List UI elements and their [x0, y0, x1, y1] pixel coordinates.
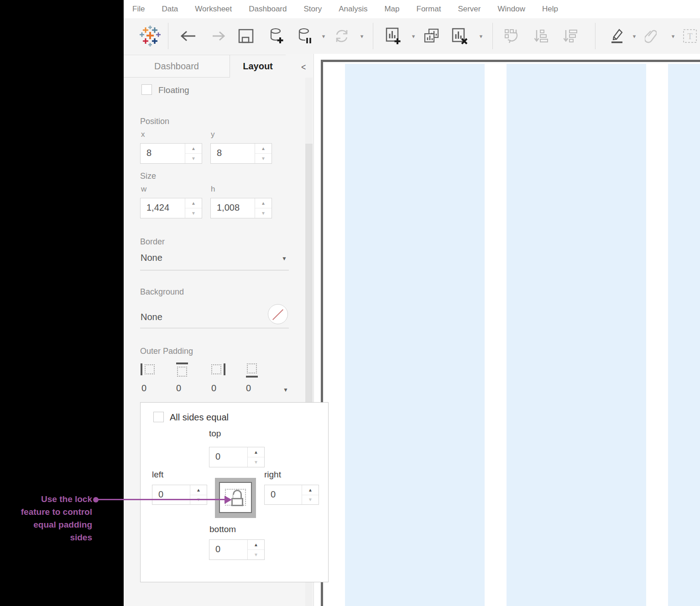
background-value[interactable]: None	[141, 312, 162, 322]
padding-right-value: 0	[211, 383, 216, 394]
menu-server[interactable]: Server	[458, 5, 481, 14]
menu-bar: File Data Worksheet Dashboard Story Anal…	[124, 0, 700, 18]
show-captions-icon[interactable]: T	[683, 29, 697, 43]
canvas-column-highlight	[345, 64, 485, 606]
pause-data-caret-icon[interactable]: ▾	[321, 33, 326, 40]
x-position-spinner[interactable]: 8 ▲▼	[140, 143, 202, 164]
padding-top-icon	[175, 363, 190, 378]
background-underline	[140, 328, 289, 328]
toolbar: ▾ ▾ ▾ ▾ ▾	[124, 18, 700, 54]
sort-ascending-icon[interactable]	[533, 29, 548, 43]
add-data-source-icon[interactable]	[269, 27, 284, 45]
floating-label: Floating	[158, 85, 189, 95]
tab-layout-label: Layout	[243, 61, 273, 72]
swap-rows-columns-icon[interactable]	[504, 29, 519, 43]
menu-window[interactable]: Window	[497, 5, 525, 14]
menu-file[interactable]: File	[132, 5, 145, 14]
all-sides-equal-label: All sides equal	[170, 412, 229, 423]
y-position-value[interactable]: 8	[211, 144, 255, 163]
tab-layout[interactable]: Layout	[230, 55, 286, 78]
top-label: top	[209, 429, 221, 439]
menu-map[interactable]: Map	[384, 5, 399, 14]
bottom-padding-spinner[interactable]: 0 ▲▼	[209, 539, 265, 560]
decrement-icon[interactable]: ▼	[248, 550, 264, 559]
all-sides-equal-checkbox[interactable]	[153, 412, 164, 422]
menu-data[interactable]: Data	[162, 5, 178, 14]
highlight-icon[interactable]	[609, 28, 624, 44]
y-position-spinner[interactable]: 8 ▲▼	[210, 143, 272, 164]
pause-data-updates-icon[interactable]	[298, 27, 312, 45]
highlight-caret-icon[interactable]: ▾	[632, 33, 637, 40]
x-position-value[interactable]: 8	[141, 144, 185, 163]
increment-icon[interactable]: ▲	[248, 447, 264, 457]
increment-icon[interactable]: ▲	[255, 144, 272, 154]
clear-sheet-icon[interactable]	[452, 28, 468, 44]
menu-worksheet[interactable]: Worksheet	[195, 5, 232, 14]
left-padding-value[interactable]: 0	[152, 485, 190, 504]
border-dropdown-value[interactable]: None	[141, 253, 162, 263]
menu-dashboard[interactable]: Dashboard	[249, 5, 287, 14]
increment-icon[interactable]: ▲	[248, 540, 264, 550]
increment-icon[interactable]: ▲	[190, 485, 207, 495]
collapse-pane-icon[interactable]: <	[301, 62, 306, 73]
padding-top-value: 0	[176, 383, 181, 394]
clear-sheet-caret-icon[interactable]: ▾	[478, 33, 484, 40]
decrement-icon[interactable]: ▼	[248, 457, 264, 467]
refresh-data-source-icon[interactable]	[334, 29, 349, 43]
annotation-line: feature to control	[4, 506, 92, 518]
increment-icon[interactable]: ▲	[185, 144, 202, 154]
annotation-arrowhead-icon	[225, 496, 232, 504]
menu-analysis[interactable]: Analysis	[339, 5, 367, 14]
floating-checkbox[interactable]	[141, 84, 152, 95]
bottom-label: bottom	[209, 524, 236, 534]
width-spinner[interactable]: 1,424 ▲▼	[140, 198, 202, 218]
pane-scrollbar-thumb[interactable]	[305, 144, 313, 428]
new-worksheet-caret-icon[interactable]: ▾	[411, 33, 416, 40]
width-value[interactable]: 1,424	[141, 198, 185, 218]
sort-descending-icon[interactable]	[563, 29, 577, 43]
increment-icon[interactable]: ▲	[185, 198, 202, 208]
menu-format[interactable]: Format	[417, 5, 441, 14]
redo-icon[interactable]	[212, 29, 226, 43]
top-padding-value[interactable]: 0	[209, 447, 247, 467]
annotation-line: equal padding	[4, 518, 92, 531]
toolbar-separator	[595, 23, 596, 49]
outer-padding-caret-icon[interactable]: ▼	[283, 387, 288, 393]
increment-icon[interactable]: ▲	[302, 485, 319, 495]
padding-left-icon	[141, 363, 155, 378]
new-worksheet-icon[interactable]	[386, 27, 401, 45]
paperclip-icon[interactable]	[645, 28, 657, 44]
height-spinner[interactable]: 1,008 ▲▼	[210, 198, 272, 218]
svg-text:T: T	[688, 32, 693, 41]
decrement-icon[interactable]: ▼	[255, 154, 272, 163]
paperclip-caret-icon[interactable]: ▾	[670, 33, 676, 40]
tab-dashboard[interactable]: Dashboard	[124, 55, 230, 78]
decrement-icon[interactable]: ▼	[185, 154, 202, 163]
height-value[interactable]: 1,008	[211, 198, 255, 218]
decrement-icon[interactable]: ▼	[185, 208, 202, 218]
y-label: y	[211, 130, 215, 139]
tableau-logo-icon	[139, 25, 161, 47]
right-label: right	[264, 470, 281, 480]
increment-icon[interactable]: ▲	[255, 198, 272, 208]
lock-highlight	[215, 478, 256, 518]
right-padding-value[interactable]: 0	[265, 485, 302, 504]
bottom-padding-value[interactable]: 0	[209, 540, 247, 559]
left-padding-spinner[interactable]: 0 ▲▼	[152, 485, 207, 505]
menu-help[interactable]: Help	[542, 5, 558, 14]
undo-icon[interactable]	[179, 29, 197, 43]
size-section-label: Size	[140, 171, 156, 181]
top-padding-spinner[interactable]: 0 ▲▼	[209, 447, 265, 467]
left-label: left	[152, 470, 163, 480]
border-dropdown-caret-icon[interactable]: ▼	[282, 255, 287, 262]
save-icon[interactable]	[238, 29, 254, 43]
decrement-icon[interactable]: ▼	[302, 495, 319, 505]
padding-lock-button[interactable]	[219, 482, 252, 513]
decrement-icon[interactable]: ▼	[255, 208, 272, 218]
background-none-swatch-icon[interactable]	[268, 304, 288, 324]
right-padding-spinner[interactable]: 0 ▲▼	[264, 485, 319, 505]
duplicate-sheet-icon[interactable]	[423, 28, 440, 44]
menu-story[interactable]: Story	[303, 5, 322, 14]
refresh-caret-icon[interactable]: ▾	[359, 33, 365, 40]
tableau-desktop-window: File Data Worksheet Dashboard Story Anal…	[0, 0, 700, 606]
